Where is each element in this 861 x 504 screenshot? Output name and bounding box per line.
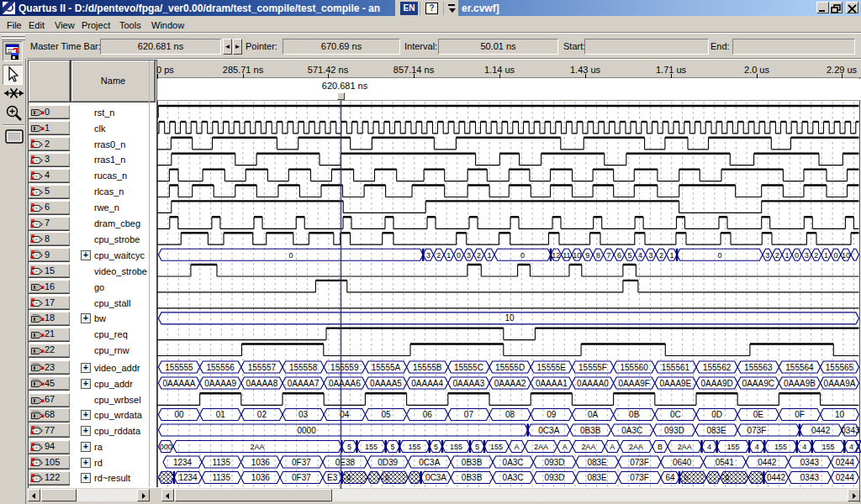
svg-text:0AAAAA: 0AAAAA xyxy=(163,379,196,388)
svg-text:2: 2 xyxy=(477,251,481,260)
svg-text:0E38: 0E38 xyxy=(335,458,356,467)
svg-text:093D: 093D xyxy=(664,426,684,435)
svg-text:4: 4 xyxy=(802,443,806,451)
svg-text:4: 4 xyxy=(849,443,853,451)
svg-text:083E: 083E xyxy=(706,426,726,435)
svg-text:0AAA9B: 0AAA9B xyxy=(784,379,816,388)
svg-text:0343: 0343 xyxy=(800,473,820,482)
svg-text:1036: 1036 xyxy=(251,458,271,467)
svg-text:0343: 0343 xyxy=(841,426,860,435)
svg-text:0AAA9A: 0AAA9A xyxy=(824,379,856,388)
svg-text:1234: 1234 xyxy=(173,458,193,467)
svg-text:0C3A: 0C3A xyxy=(425,473,446,482)
svg-text:0AAAA5: 0AAAA5 xyxy=(370,379,402,388)
svg-text:073F: 073F xyxy=(630,458,649,467)
svg-text:155: 155 xyxy=(490,443,503,451)
svg-text:15555F: 15555F xyxy=(578,363,607,372)
svg-text:0442: 0442 xyxy=(767,473,786,482)
svg-text:07: 07 xyxy=(464,410,474,419)
svg-text:0F: 0F xyxy=(795,410,805,419)
svg-text:0: 0 xyxy=(795,251,799,260)
svg-text:073F: 073F xyxy=(630,473,649,482)
svg-text:155556: 155556 xyxy=(207,363,235,372)
svg-text:15555E: 15555E xyxy=(537,363,567,372)
svg-text:0C3A: 0C3A xyxy=(419,458,440,467)
svg-text:4: 4 xyxy=(638,251,642,260)
svg-text:0C: 0C xyxy=(670,410,681,419)
svg-text:1: 1 xyxy=(784,251,789,260)
svg-text:0AAAA4: 0AAAA4 xyxy=(411,379,443,388)
svg-text:3: 3 xyxy=(765,251,769,260)
svg-text:A: A xyxy=(515,443,520,451)
svg-text:155558: 155558 xyxy=(289,363,318,372)
svg-text:155561: 155561 xyxy=(662,363,690,372)
svg-text:0AAA9C: 0AAA9C xyxy=(742,379,774,388)
svg-text:0B3B: 0B3B xyxy=(462,473,483,482)
svg-text:2AA: 2AA xyxy=(581,443,595,451)
svg-text:2AA: 2AA xyxy=(251,443,265,451)
svg-text:155: 155 xyxy=(450,443,462,451)
svg-text:0AAAA1: 0AAAA1 xyxy=(536,379,568,388)
svg-text:0AAA9E: 0AAA9E xyxy=(659,379,691,388)
svg-text:155559: 155559 xyxy=(330,363,359,372)
svg-text:155562: 155562 xyxy=(703,363,732,372)
svg-text:10: 10 xyxy=(573,251,581,260)
svg-text:B: B xyxy=(658,443,663,451)
svg-text:000: 000 xyxy=(160,443,172,451)
svg-text:0: 0 xyxy=(520,251,525,260)
svg-text:0AAA9F: 0AAA9F xyxy=(619,379,650,388)
svg-text:0AAAA3: 0AAAA3 xyxy=(452,379,484,388)
svg-text:0: 0 xyxy=(684,474,688,482)
svg-text:0E: 0E xyxy=(753,410,764,419)
svg-text:8: 8 xyxy=(596,251,600,260)
svg-text:0: 0 xyxy=(725,474,729,482)
svg-text:2: 2 xyxy=(436,251,441,260)
svg-text:2: 2 xyxy=(659,251,663,260)
svg-text:15555C: 15555C xyxy=(454,363,483,372)
svg-text:1135: 1135 xyxy=(212,473,230,482)
svg-text:0C3A: 0C3A xyxy=(538,426,559,435)
svg-text:10: 10 xyxy=(504,313,515,323)
svg-text:155565: 155565 xyxy=(826,363,854,372)
svg-text:155564: 155564 xyxy=(785,363,814,372)
svg-text:0A3C: 0A3C xyxy=(503,473,524,482)
svg-text:0640: 0640 xyxy=(673,458,692,467)
svg-text:12: 12 xyxy=(552,251,560,260)
svg-text:0F37: 0F37 xyxy=(292,473,311,482)
svg-text:A: A xyxy=(563,443,568,451)
svg-text:0B3B: 0B3B xyxy=(462,458,483,467)
svg-text:155: 155 xyxy=(821,443,834,451)
svg-text:0: 0 xyxy=(346,474,351,482)
svg-text:0AAAA6: 0AAAA6 xyxy=(329,379,361,388)
svg-text:0D39: 0D39 xyxy=(378,458,398,467)
svg-text:3: 3 xyxy=(805,251,809,260)
svg-text:09: 09 xyxy=(547,410,557,419)
svg-text:0AAAA9: 0AAAA9 xyxy=(204,379,236,388)
svg-text:0B: 0B xyxy=(629,410,640,419)
svg-text:01: 01 xyxy=(216,410,226,419)
svg-text:155555: 155555 xyxy=(165,363,193,372)
svg-text:5: 5 xyxy=(627,251,631,260)
svg-text:0AAAA8: 0AAAA8 xyxy=(246,379,277,388)
svg-text:0: 0 xyxy=(457,251,461,260)
svg-text:10: 10 xyxy=(835,410,845,419)
svg-text:15555B: 15555B xyxy=(413,363,442,372)
svg-text:1: 1 xyxy=(446,251,451,260)
svg-text:155: 155 xyxy=(365,443,378,451)
svg-text:1: 1 xyxy=(669,251,673,260)
svg-text:7: 7 xyxy=(606,251,610,260)
svg-text:0: 0 xyxy=(717,251,721,260)
svg-text:0244: 0244 xyxy=(836,473,855,482)
svg-text:155560: 155560 xyxy=(621,363,649,372)
svg-text:3: 3 xyxy=(648,251,652,260)
svg-text:0244: 0244 xyxy=(836,458,855,467)
svg-text:08: 08 xyxy=(505,410,515,419)
svg-text:0442: 0442 xyxy=(811,426,831,435)
svg-text:0F37: 0F37 xyxy=(292,458,311,467)
svg-text:06: 06 xyxy=(423,410,433,419)
svg-text:10: 10 xyxy=(842,251,850,260)
svg-text:E3: E3 xyxy=(327,473,338,482)
svg-text:1: 1 xyxy=(824,251,828,260)
svg-text:9: 9 xyxy=(585,251,589,260)
svg-text:0: 0 xyxy=(385,474,389,482)
